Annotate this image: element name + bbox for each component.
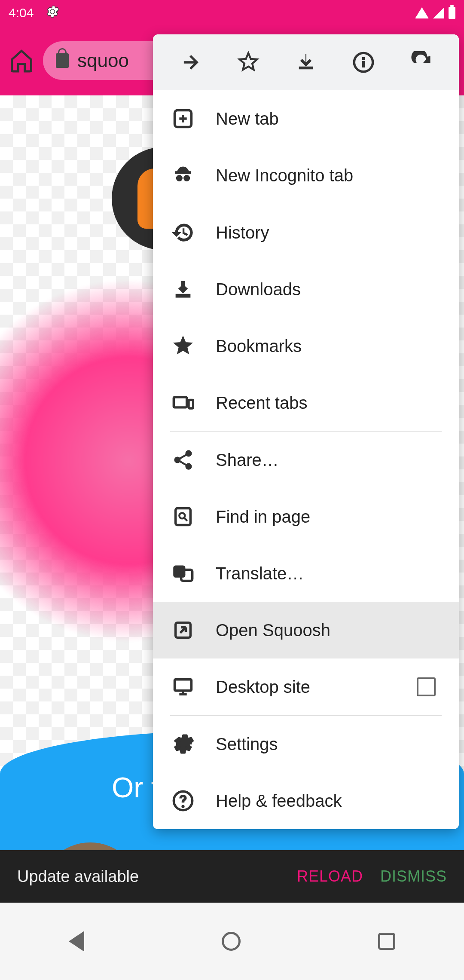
status-time: 4:04 <box>9 6 34 20</box>
browser-menu: New tab New Incognito tab History Downlo… <box>153 34 459 829</box>
lock-icon <box>56 53 69 68</box>
desktop-label: Desktop site <box>216 677 395 697</box>
gear-icon <box>46 5 59 21</box>
translate-icon: 文 <box>172 562 194 585</box>
menu-item-bookmarks[interactable]: Bookmarks <box>153 318 459 374</box>
svg-point-6 <box>186 464 192 469</box>
nav-home-button[interactable] <box>222 932 241 951</box>
recent-tabs-label: Recent tabs <box>216 393 440 413</box>
svg-point-4 <box>186 450 192 456</box>
help-label: Help & feedback <box>216 791 440 811</box>
battery-icon <box>449 7 455 19</box>
menu-item-help[interactable]: Help & feedback <box>153 772 459 829</box>
menu-list: New tab New Incognito tab History Downlo… <box>153 90 459 829</box>
history-icon <box>172 221 194 244</box>
desktop-icon <box>172 676 194 698</box>
svg-rect-3 <box>189 400 193 409</box>
reload-action[interactable]: RELOAD <box>297 867 363 885</box>
info-button[interactable] <box>346 45 381 80</box>
downloads-label: Downloads <box>216 280 440 299</box>
recent-tabs-icon <box>172 392 194 414</box>
status-bar: 4:04 <box>0 0 464 26</box>
share-label: Share… <box>216 450 440 470</box>
settings-label: Settings <box>216 735 440 754</box>
open-app-icon <box>172 619 194 641</box>
menu-item-recent-tabs[interactable]: Recent tabs <box>153 374 459 431</box>
svg-text:文: 文 <box>177 567 185 576</box>
new-tab-label: New tab <box>216 109 440 129</box>
nav-back-button[interactable] <box>69 931 84 952</box>
translate-label: Translate… <box>216 564 440 583</box>
reload-button[interactable] <box>404 45 439 80</box>
menu-item-settings[interactable]: Settings <box>153 716 459 772</box>
wifi-icon <box>415 7 429 18</box>
signal-icon <box>433 7 444 18</box>
share-icon <box>172 449 194 471</box>
snackbar: Update available RELOAD DISMISS <box>0 850 464 903</box>
svg-rect-7 <box>176 508 191 525</box>
svg-rect-13 <box>175 680 192 691</box>
downloads-icon <box>172 278 194 300</box>
open-app-label: Open Squoosh <box>216 621 440 640</box>
download-button[interactable] <box>289 45 323 80</box>
bookmarks-label: Bookmarks <box>216 337 440 356</box>
menu-item-open-app[interactable]: Open Squoosh <box>153 602 459 658</box>
svg-rect-2 <box>174 397 186 407</box>
menu-item-share[interactable]: Share… <box>153 432 459 488</box>
bookmarks-icon <box>172 335 194 357</box>
status-right <box>415 7 455 19</box>
forward-button[interactable] <box>173 45 208 80</box>
new-tab-icon <box>172 107 194 130</box>
menu-item-incognito[interactable]: New Incognito tab <box>153 147 459 204</box>
svg-point-5 <box>175 457 180 463</box>
status-left: 4:04 <box>9 5 59 21</box>
menu-item-find[interactable]: Find in page <box>153 488 459 545</box>
nav-recent-button[interactable] <box>378 933 395 950</box>
desktop-site-checkbox[interactable] <box>417 677 436 696</box>
help-icon <box>172 790 194 812</box>
settings-icon <box>172 733 194 755</box>
incognito-icon <box>172 164 194 187</box>
or-text: Or t <box>112 771 159 804</box>
snackbar-message: Update available <box>17 867 280 886</box>
svg-point-8 <box>179 513 185 518</box>
menu-top-actions <box>153 34 459 90</box>
find-label: Find in page <box>216 507 440 527</box>
incognito-label: New Incognito tab <box>216 166 440 185</box>
menu-item-history[interactable]: History <box>153 204 459 261</box>
bookmark-star-button[interactable] <box>231 45 266 80</box>
history-label: History <box>216 223 440 242</box>
dismiss-action[interactable]: DISMISS <box>380 867 447 885</box>
system-nav-bar <box>0 903 464 980</box>
find-icon <box>172 505 194 528</box>
menu-item-translate[interactable]: 文 Translate… <box>153 545 459 602</box>
menu-item-downloads[interactable]: Downloads <box>153 261 459 318</box>
menu-item-desktop-site[interactable]: Desktop site <box>153 658 459 715</box>
menu-item-new-tab[interactable]: New tab <box>153 90 459 147</box>
url-text: squoo <box>77 50 129 71</box>
home-button[interactable] <box>9 48 34 74</box>
